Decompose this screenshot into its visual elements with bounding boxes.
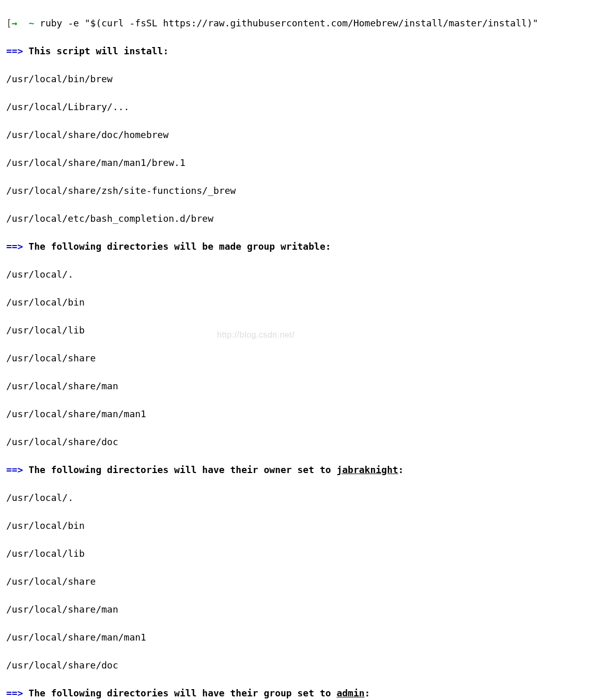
tilde-icon: ~	[28, 18, 34, 28]
output-line: /usr/local/bin/brew	[6, 72, 583, 86]
output-line: /usr/local/share	[6, 351, 583, 365]
output-line: /usr/local/share/man	[6, 602, 583, 616]
owner-name: jabraknight	[336, 464, 398, 475]
output-line: /usr/local/share/man/man1	[6, 407, 583, 421]
output-line: /usr/local/lib	[6, 546, 583, 560]
output-line: /usr/local/share	[6, 574, 583, 588]
output-line: /usr/local/bin	[6, 519, 583, 532]
group-name: admin	[336, 688, 364, 698]
section-heading-install: ==> This script will install:	[6, 44, 583, 58]
marker-icon: ==>	[6, 241, 23, 252]
output-line: /usr/local/lib	[6, 323, 583, 337]
command-text: ruby -e "$(curl -fsSL https://raw.github…	[40, 18, 538, 28]
output-line: /usr/local/Library/...	[6, 100, 583, 114]
output-line: /usr/local/share/doc	[6, 435, 583, 449]
output-line: /usr/local/share/man/man1	[6, 630, 583, 644]
output-line: /usr/local/share/man/man1/brew.1	[6, 156, 583, 170]
marker-icon: ==>	[6, 688, 23, 698]
arrow-icon: →	[12, 18, 18, 28]
heading-text: The following directories will be made g…	[28, 241, 331, 252]
output-line: /usr/local/bin	[6, 295, 583, 309]
section-heading-writable: ==> The following directories will be ma…	[6, 239, 583, 253]
bracket-icon: [	[6, 18, 12, 28]
output-line: /usr/local/share/doc/homebrew	[6, 128, 583, 142]
heading-text: This script will install:	[28, 45, 168, 56]
output-line: /usr/local/share/man	[6, 379, 583, 393]
command-line: [→ ~ ruby -e "$(curl -fsSL https://raw.g…	[6, 16, 583, 30]
heading-text: The following directories will have thei…	[28, 464, 404, 475]
heading-text: The following directories will have thei…	[28, 688, 370, 698]
output-line: /usr/local/.	[6, 491, 583, 505]
output-line: /usr/local/share/doc	[6, 658, 583, 672]
output-line: /usr/local/share/zsh/site-functions/_bre…	[6, 184, 583, 197]
terminal-output[interactable]: [→ ~ ruby -e "$(curl -fsSL https://raw.g…	[6, 2, 583, 700]
marker-icon: ==>	[6, 464, 23, 475]
section-heading-owner: ==> The following directories will have …	[6, 463, 583, 477]
section-heading-group: ==> The following directories will have …	[6, 686, 583, 700]
marker-icon: ==>	[6, 45, 23, 56]
output-line: /usr/local/etc/bash_completion.d/brew	[6, 211, 583, 225]
output-line: /usr/local/.	[6, 267, 583, 281]
